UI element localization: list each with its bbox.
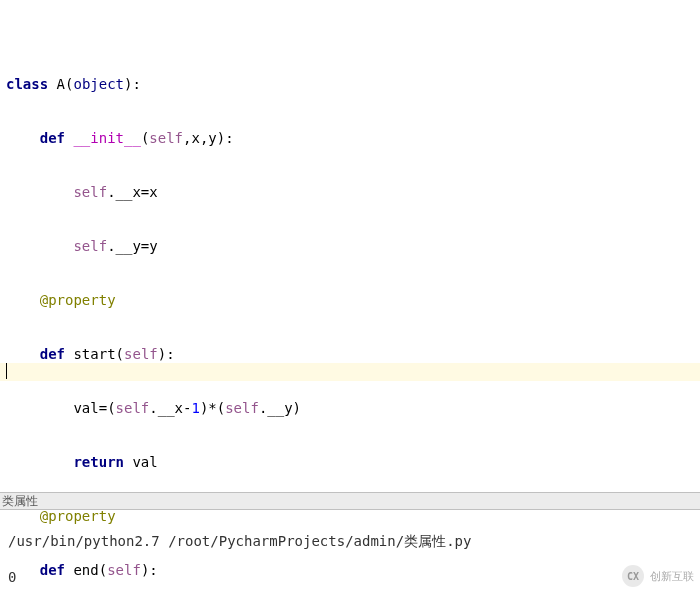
code-line[interactable]: def end(self): bbox=[6, 561, 700, 579]
code-line[interactable]: @property bbox=[6, 507, 700, 525]
watermark-text: 创新互联 bbox=[650, 569, 694, 584]
code-line[interactable]: val=(self.__x-1)*(self.__y) bbox=[6, 399, 700, 417]
code-line[interactable]: self.__x=x bbox=[6, 183, 700, 201]
code-line[interactable]: return val bbox=[6, 453, 700, 471]
text-cursor bbox=[6, 363, 7, 379]
active-line-highlight bbox=[0, 363, 700, 381]
code-line[interactable]: @property bbox=[6, 291, 700, 309]
code-line[interactable]: def __init__(self,x,y): bbox=[6, 129, 700, 147]
code-line[interactable]: self.__y=y bbox=[6, 237, 700, 255]
watermark-logo-icon: CX bbox=[622, 565, 644, 587]
code-editor[interactable]: class A(object): def __init__(self,x,y):… bbox=[0, 0, 700, 492]
code-line[interactable]: class A(object): bbox=[6, 75, 700, 93]
code-line[interactable]: def start(self): bbox=[6, 345, 700, 363]
watermark: CX 创新互联 bbox=[622, 565, 694, 587]
